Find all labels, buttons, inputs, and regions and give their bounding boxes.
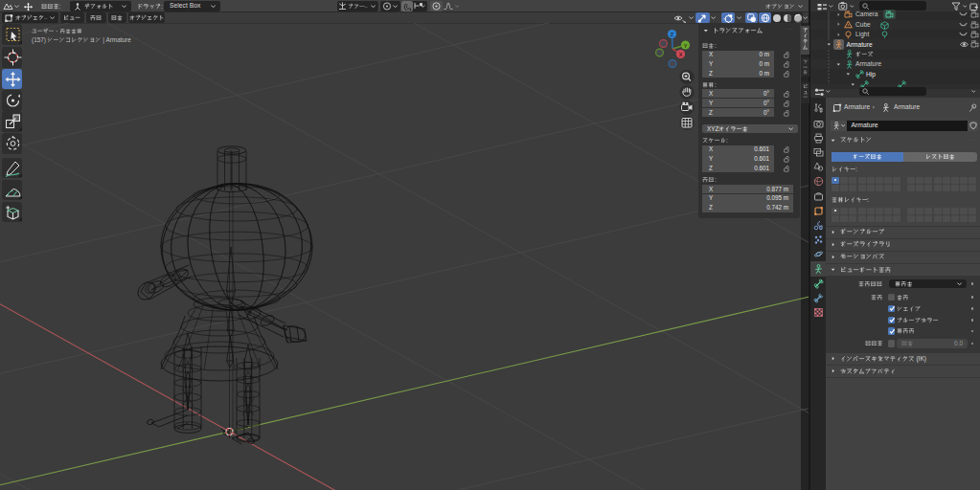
svg-text:Y: Y xyxy=(684,43,688,49)
